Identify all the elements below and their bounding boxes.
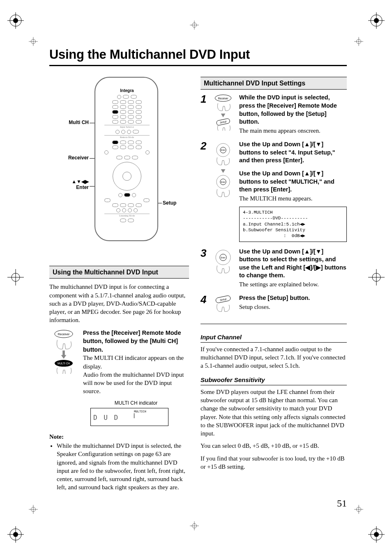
step-body-text: The MULTICH menu appears.	[239, 195, 347, 203]
step-body-text: The main menu appears onscreen.	[239, 127, 321, 134]
step-bold: Press the [Setup] button.	[239, 294, 347, 302]
page-number: 51	[337, 497, 347, 510]
manual-page: Using the Multichannel DVD Input Multi C…	[0, 0, 392, 555]
crop-mark	[190, 21, 199, 30]
section-rule	[201, 324, 347, 324]
callout-multi-ch: Multi CH	[49, 120, 89, 125]
svg-text:Receiver: Receiver	[218, 97, 228, 100]
step-bold: While the DVD input is selected, press t…	[239, 94, 347, 126]
instruction-bold: Press the [Receiver] Remote Mode button,…	[83, 329, 181, 353]
crop-mark	[354, 505, 363, 514]
remote-illustration: Integra Input Selector Remote Mode	[95, 77, 158, 241]
svg-marker-41	[61, 355, 67, 359]
lcd-display: MULTICH D U D	[90, 408, 168, 426]
title-rule	[49, 65, 347, 66]
registration-mark	[368, 12, 385, 29]
subhead-settings: Multichannel DVD Input Settings	[201, 77, 347, 90]
sub-sens-body: Some DVD players output the LFE channel …	[201, 388, 347, 438]
step-row: 3 Enter Use the Up and Down [▲]/[▼] butt…	[201, 248, 347, 289]
note-heading: Note:	[49, 433, 189, 441]
step-thumbnail: Enter	[212, 248, 235, 289]
callout-setup: Setup	[163, 200, 187, 206]
input-channel-body: If you've connected a 7.1-channel audio …	[201, 345, 347, 370]
step-row: 2 Enter Enter Use the Up a	[201, 140, 347, 242]
step-bold: Use the Up and Down [▲]/[▼] buttons to s…	[239, 248, 347, 280]
page-title: Using the Multichannel DVD Input	[49, 46, 347, 63]
remote-brand: Integra	[104, 88, 150, 94]
step-thumbnail: Enter Enter	[212, 140, 235, 242]
crop-mark	[190, 521, 199, 530]
note-list: While the multichannel DVD input is sele…	[52, 442, 189, 492]
svg-text:Enter: Enter	[221, 257, 226, 259]
right-column: Multichannel DVD Input Settings 1 Receiv…	[201, 77, 347, 493]
subhead-sub-sensitivity: Subwoofer Sensitivity	[201, 376, 347, 385]
sub-sens-body: If you find that your subwoofer is too l…	[201, 454, 347, 471]
subhead-using-input: Using the Multichannel DVD Input	[49, 266, 189, 279]
onscreen-menu: 4-3.MULTICH -----------DVD---------- a.I…	[239, 207, 347, 242]
step-number: 4	[201, 294, 208, 318]
step-body-text: The settings are explained below.	[239, 281, 347, 289]
registration-mark	[7, 526, 24, 543]
indicator-label: MULTI CH indicator	[83, 400, 189, 406]
step-bold: Use the Up and Down [▲]/[▼] buttons to s…	[239, 170, 347, 194]
crop-mark	[368, 269, 385, 286]
step-number: 3	[201, 248, 208, 289]
crop-mark	[354, 37, 363, 46]
registration-mark	[368, 526, 385, 543]
svg-text:Enter: Enter	[221, 149, 226, 151]
remote-diagram: Multi CH Receiver ▲▼◀▶ Enter Setup Integ…	[49, 77, 189, 245]
crop-mark	[7, 269, 24, 286]
instruction-body: Audio from the multichannel DVD input wi…	[83, 371, 189, 396]
crop-mark	[29, 505, 38, 514]
subhead-input-channel: Input Channel	[201, 333, 347, 343]
callout-dpad-enter: ▲▼◀▶ Enter	[49, 179, 89, 191]
left-column: Multi CH Receiver ▲▼◀▶ Enter Setup Integ…	[49, 77, 189, 493]
receiver-button-label: Receiver	[58, 332, 70, 336]
step-row: 1 Receiver Setup While the DVD input is …	[201, 94, 347, 135]
svg-marker-45	[221, 114, 226, 117]
step-body-text: Setup closes.	[239, 303, 347, 311]
svg-marker-51	[221, 169, 226, 173]
step-thumbnail: Receiver Setup	[212, 94, 235, 135]
intro-paragraph: The multichannel DVD input is for connec…	[49, 283, 189, 324]
lcd-tag: MULTICH	[134, 410, 146, 414]
svg-text:Enter: Enter	[221, 181, 226, 183]
multich-button-label: MULTI CH	[58, 362, 70, 365]
registration-mark	[7, 12, 24, 29]
callout-receiver: Receiver	[49, 155, 89, 161]
step-thumbnail: Setup	[212, 294, 235, 318]
sub-sens-body: You can select 0 dB, +5 dB, +10 dB, or +…	[201, 442, 347, 450]
step-thumbnail: Receiver MULTI CH	[49, 329, 78, 426]
instruction-body: The MULTI CH indicator appears on the di…	[83, 354, 189, 371]
step-number: 2	[201, 140, 208, 242]
step-row: 4 Setup Press the [Setup] button. Setup …	[201, 294, 347, 318]
step-bold: Use the Up and Down [▲]/[▼] buttons to s…	[239, 140, 347, 165]
step-number: 1	[201, 94, 208, 135]
lcd-main-text: D U D	[93, 409, 119, 422]
crop-mark	[29, 37, 38, 46]
note-item: While the multichannel DVD input is sele…	[57, 442, 189, 492]
